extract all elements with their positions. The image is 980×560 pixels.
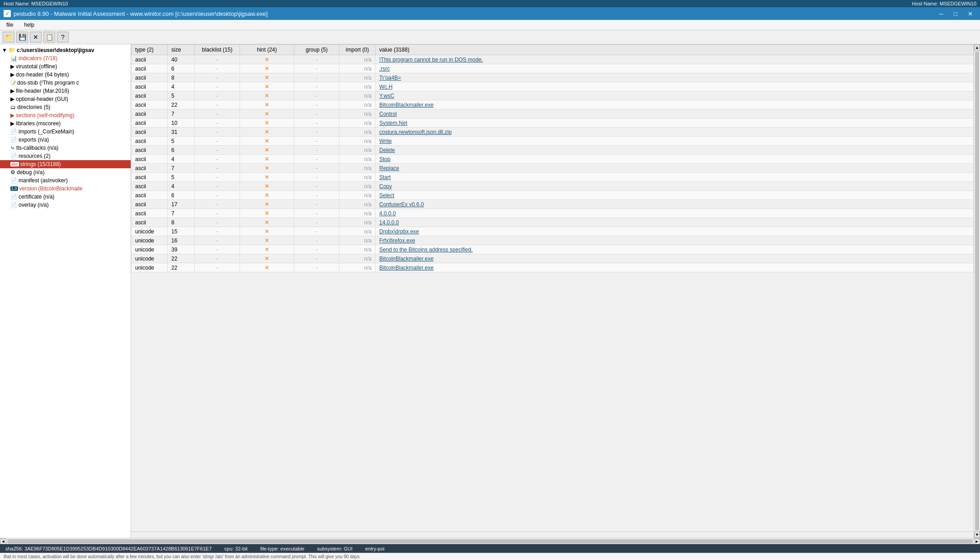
sidebar-item-directories[interactable]: 🗂 directories (5)	[0, 103, 131, 111]
table-row[interactable]: ascii 40 - ✕ - n/a !This program cannot …	[132, 55, 974, 64]
scroll-down-arrow[interactable]: ▼	[974, 532, 980, 538]
cell-value[interactable]: Copy	[376, 182, 974, 191]
sidebar-item-resources[interactable]: 📄 resources (2)	[0, 152, 131, 160]
toolbar-open[interactable]: 📁	[3, 32, 14, 43]
table-row[interactable]: ascii 8 - ✕ - n/a 14.0.0.0	[132, 218, 974, 227]
cell-value[interactable]: Y.wsC	[376, 91, 974, 100]
cell-size: 4	[168, 82, 195, 91]
toolbar-copy[interactable]: 📋	[43, 32, 55, 43]
cell-value[interactable]: Start	[376, 173, 974, 182]
col-header-import[interactable]: import (0)	[339, 45, 376, 55]
table-row[interactable]: unicode 39 - ✕ - n/a Send to the Bitcoin…	[132, 245, 974, 254]
table-row[interactable]: ascii 22 - ✕ - n/a BitcoinBlackmailer.ex…	[132, 100, 974, 109]
sidebar-item-tls-callbacks[interactable]: ⤷ tls-callbacks (n/a)	[0, 144, 131, 152]
cell-value[interactable]: BitcoinBlackmailer.exe	[376, 100, 974, 109]
sidebar-item-overlay[interactable]: 📄 overlay (n/a)	[0, 201, 131, 209]
table-row[interactable]: ascii 5 - ✕ - n/a Start	[132, 173, 974, 182]
table-row[interactable]: ascii 10 - ✕ - n/a System.Net	[132, 119, 974, 128]
menu-file[interactable]: file	[4, 21, 16, 29]
table-row[interactable]: ascii 6 - ✕ - n/a Delete	[132, 146, 974, 155]
tree-root-node[interactable]: ▼ 📁 c:\users\ieuser\desktop\jigsav	[0, 46, 131, 54]
scroll-thumb[interactable]	[975, 52, 979, 531]
cell-value[interactable]: Send to the Bitcoins address specified.	[376, 245, 974, 254]
table-row[interactable]: ascii 4 - ✕ - n/a Stop	[132, 155, 974, 164]
sidebar-item-strings[interactable]: abc strings (15/3188)	[0, 160, 131, 168]
cell-value[interactable]: Drpbx\drpbx.exe	[376, 227, 974, 236]
maximize-button[interactable]: □	[949, 9, 962, 18]
table-row[interactable]: ascii 5 - ✕ - n/a Y.wsC	[132, 91, 974, 100]
hscroll-right[interactable]: ►	[974, 538, 980, 545]
sidebar-item-debug[interactable]: ⚙ debug (n/a)	[0, 168, 131, 176]
cell-value[interactable]: .rsrc	[376, 64, 974, 73]
cell-value[interactable]: Select	[376, 191, 974, 200]
cell-value[interactable]: Replace	[376, 164, 974, 173]
sidebar-item-exports[interactable]: 📄 exports (n/a)	[0, 136, 131, 144]
table-row[interactable]: unicode 22 - ✕ - n/a BitcoinBlackmailer.…	[132, 254, 974, 263]
table-row[interactable]: ascii 5 - ✕ - n/a Write	[132, 137, 974, 146]
cell-value[interactable]: System.Net	[376, 119, 974, 128]
cell-value[interactable]: Delete	[376, 146, 974, 155]
right-scrollbar[interactable]: ▲ ▼	[974, 44, 980, 538]
close-button[interactable]: ✕	[964, 9, 976, 18]
table-row[interactable]: ascii 7 - ✕ - n/a Replace	[132, 164, 974, 173]
col-header-size[interactable]: size	[168, 45, 195, 55]
sidebar-item-dos-header[interactable]: ▶ dos-header (64 bytes)	[0, 71, 131, 79]
table-row[interactable]: unicode 22 - ✕ - n/a BitcoinBlackmailer.…	[132, 263, 974, 272]
table-row[interactable]: ascii 4 - ✕ - n/a Wc.H	[132, 82, 974, 91]
table-row[interactable]: ascii 17 - ✕ - n/a ConfuserEx v0.6.0	[132, 200, 974, 209]
sidebar-item-file-header[interactable]: ▶ file-header (Mar.2016)	[0, 87, 131, 95]
sidebar-item-optional-header[interactable]: ▶ optional-header (GUI)	[0, 95, 131, 103]
table-row[interactable]: ascii 8 - ✕ - n/a Tr'oa4B=	[132, 73, 974, 82]
cell-value[interactable]: costura.newtonsoft.json.dll.zip	[376, 128, 974, 137]
cell-value[interactable]: Stop	[376, 155, 974, 164]
sidebar-item-libraries[interactable]: ▶ libraries (mscoree)	[0, 119, 131, 128]
menu-help[interactable]: help	[21, 21, 37, 29]
cell-type: ascii	[132, 55, 168, 64]
cell-value[interactable]: 4.0.0.0	[376, 209, 974, 218]
col-header-type[interactable]: type (2)	[132, 45, 168, 55]
table-row[interactable]: ascii 6 - ✕ - n/a .rsrc	[132, 64, 974, 73]
sidebar-item-indicators[interactable]: 📊 indicators (7/18)	[0, 54, 131, 62]
table-row[interactable]: ascii 7 - ✕ - n/a Control	[132, 109, 974, 119]
cell-value[interactable]: ConfuserEx v0.6.0	[376, 200, 974, 209]
table-row[interactable]: ascii 4 - ✕ - n/a Copy	[132, 182, 974, 191]
toolbar-help[interactable]: ?	[57, 32, 69, 43]
sidebar-item-manifest[interactable]: 📄 manifest (asInvoker)	[0, 176, 131, 185]
overlay-icon: 📄	[10, 202, 17, 208]
table-row[interactable]: ascii 7 - ✕ - n/a 4.0.0.0	[132, 209, 974, 218]
cell-value[interactable]: 14.0.0.0	[376, 218, 974, 227]
table-container[interactable]: type (2) size blacklist (15) hint (24) g…	[131, 44, 974, 532]
cell-value[interactable]: Tr'oa4B=	[376, 73, 974, 82]
cell-blacklist: -	[195, 155, 240, 164]
hscroll-left[interactable]: ◄	[0, 538, 6, 545]
col-header-value[interactable]: value (3188)	[376, 45, 974, 55]
sidebar-item-dos-stub[interactable]: 📝 dos-stub (!This program c	[0, 79, 131, 87]
bottom-hscroll[interactable]: ◄ ►	[0, 538, 980, 544]
certificate-label: certificate (n/a)	[19, 194, 54, 200]
minimize-button[interactable]: ─	[935, 9, 947, 18]
cell-value[interactable]: !This program cannot be run in DOS mode.	[376, 55, 974, 64]
toolbar-save[interactable]: 💾	[16, 32, 28, 43]
scroll-up-arrow[interactable]: ▲	[974, 44, 980, 51]
cell-value[interactable]: BitcoinBlackmailer.exe	[376, 254, 974, 263]
sidebar-item-virustotal[interactable]: ▶ virustotal (offline)	[0, 62, 131, 71]
cell-value[interactable]: BitcoinBlackmailer.exe	[376, 263, 974, 272]
cell-value[interactable]: Frfx\firefox.exe	[376, 236, 974, 245]
toolbar-close[interactable]: ✕	[30, 32, 42, 43]
sidebar-item-certificate[interactable]: 📄 certificate (n/a)	[0, 193, 131, 201]
hscroll-thumb[interactable]	[7, 539, 973, 544]
table-row[interactable]: unicode 15 - ✕ - n/a Drpbx\drpbx.exe	[132, 227, 974, 236]
sidebar-item-imports[interactable]: 📄 imports (_CorExeMain)	[0, 128, 131, 136]
table-row[interactable]: ascii 6 - ✕ - n/a Select	[132, 191, 974, 200]
cell-value[interactable]: Control	[376, 109, 974, 119]
table-row[interactable]: unicode 16 - ✕ - n/a Frfx\firefox.exe	[132, 236, 974, 245]
sidebar-item-sections[interactable]: ▶ sections (self-modifying)	[0, 111, 131, 119]
table-row[interactable]: ascii 31 - ✕ - n/a costura.newtonsoft.js…	[132, 128, 974, 137]
col-header-blacklist[interactable]: blacklist (15)	[195, 45, 240, 55]
col-header-hint[interactable]: hint (24)	[240, 45, 294, 55]
cell-value[interactable]: Write	[376, 137, 974, 146]
cell-value[interactable]: Wc.H	[376, 82, 974, 91]
col-header-group[interactable]: group (5)	[294, 45, 339, 55]
sidebar-item-version[interactable]: 1.0 version (BitcoinBlackmaile	[0, 185, 131, 193]
h-scrollbar[interactable]	[131, 532, 974, 538]
